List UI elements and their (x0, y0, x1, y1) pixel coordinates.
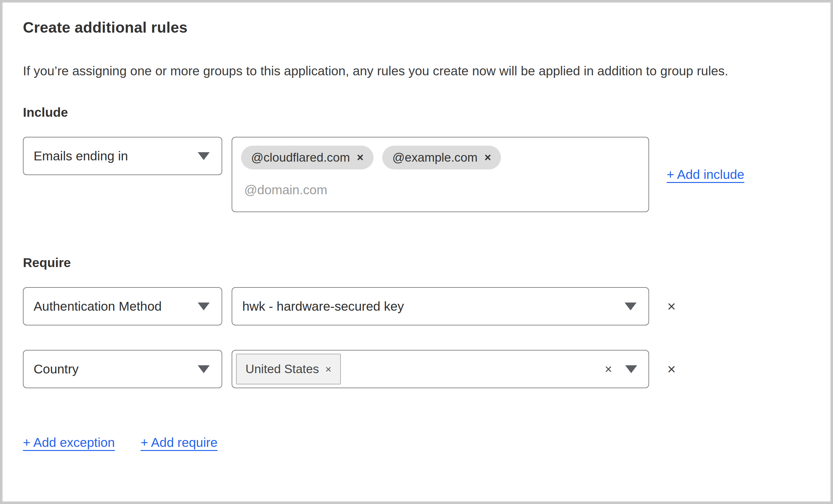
require-rule-row-country: Country United States × × × (23, 350, 810, 388)
tag-label: @example.com (392, 151, 478, 164)
tag-label: @cloudflared.com (251, 151, 350, 164)
footer-actions: + Add exception + Add require (23, 435, 810, 450)
screenshot-frame: Create additional rules If you’re assign… (0, 0, 833, 504)
clear-selection-icon[interactable]: × (605, 363, 612, 375)
tag-remove-icon[interactable]: × (484, 152, 491, 163)
create-additional-rules-panel: Create additional rules If you’re assign… (2, 2, 831, 450)
auth-method-type-value: Authentication Method (33, 299, 162, 314)
include-type-value: Emails ending in (33, 149, 128, 164)
include-section-label: Include (23, 105, 810, 120)
email-domain-tag: @example.com × (382, 146, 501, 169)
require-section-label: Require (23, 256, 810, 270)
chevron-down-icon (625, 365, 637, 373)
tag-label: United States (245, 362, 319, 376)
chevron-down-icon (198, 303, 210, 310)
auth-method-value-dropdown[interactable]: hwk - hardware-secured key (232, 287, 649, 326)
tag-remove-icon[interactable]: × (325, 364, 331, 375)
domain-input[interactable] (241, 183, 524, 197)
include-type-dropdown[interactable]: Emails ending in (23, 137, 222, 175)
auth-method-value: hwk - hardware-secured key (242, 299, 404, 314)
multiselect-controls: × (605, 363, 637, 375)
email-domains-tag-input[interactable]: @cloudflared.com × @example.com × (232, 137, 649, 212)
tag-remove-icon[interactable]: × (357, 152, 363, 163)
add-exception-link[interactable]: + Add exception (23, 435, 115, 450)
country-multiselect[interactable]: United States × × (232, 350, 649, 388)
country-type-value: Country (33, 362, 79, 377)
remove-rule-icon[interactable]: × (667, 362, 676, 376)
email-domain-tag: @cloudflared.com × (241, 146, 374, 169)
country-tag: United States × (236, 354, 341, 384)
chevron-down-icon (198, 152, 210, 160)
country-type-dropdown[interactable]: Country (23, 350, 222, 388)
remove-rule-icon[interactable]: × (667, 299, 676, 313)
page-title: Create additional rules (23, 19, 810, 36)
email-tag-list: @cloudflared.com × @example.com × (241, 146, 640, 169)
chevron-down-icon (625, 303, 637, 310)
include-rule-row: Emails ending in @cloudflared.com × @exa… (23, 137, 810, 212)
page-description: If you’re assigning one or more groups t… (23, 59, 801, 82)
chevron-down-icon (198, 365, 210, 373)
auth-method-type-dropdown[interactable]: Authentication Method (23, 287, 222, 326)
add-require-link[interactable]: + Add require (141, 435, 217, 450)
add-include-link[interactable]: + Add include (667, 167, 744, 182)
require-rule-row-auth-method: Authentication Method hwk - hardware-sec… (23, 287, 810, 326)
